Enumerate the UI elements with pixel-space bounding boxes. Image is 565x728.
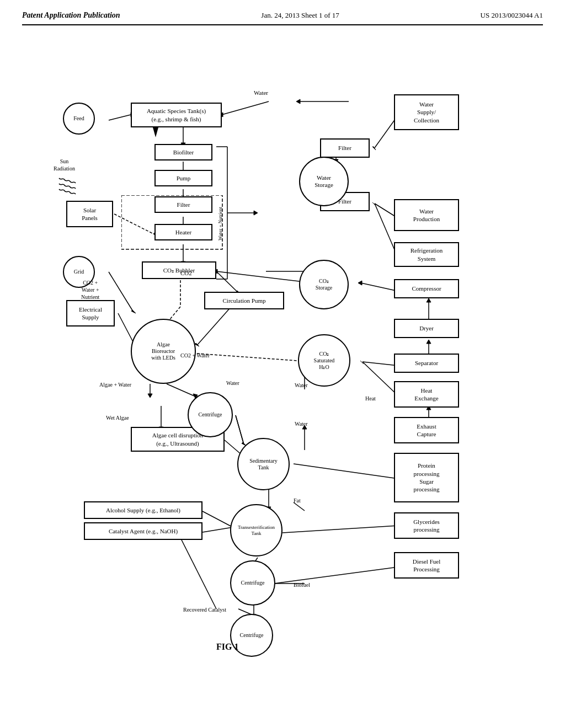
sun-rays-icon [56, 175, 78, 197]
label-water-mid3: Water [295, 420, 308, 427]
label-wet-algae: Wet Algae [106, 414, 129, 421]
box-protein: ProteinprocessingSugarprocessing [394, 453, 459, 502]
box-heatexchange: HeatExchange [394, 381, 459, 408]
svg-line-73 [178, 532, 216, 609]
circle-feed: Feed [63, 103, 95, 135]
label-co2water: CO2 + Water [180, 352, 210, 359]
svg-line-0 [109, 115, 131, 120]
svg-line-42 [167, 384, 194, 396]
box-exhaustcapture: ExhaustCapture [394, 417, 459, 443]
svg-marker-45 [148, 394, 152, 398]
box-watersupply: WaterSupply/Collection [394, 94, 459, 130]
label-algae-water: Algae + Water [99, 381, 131, 388]
patent-application-label: Patent Application Publication [22, 11, 120, 20]
svg-line-91 [216, 271, 238, 293]
circle-co2storage: CO₂Storage [299, 260, 349, 309]
diagram-container: Aquatic Species Tank(s)(e.g., shrimp & f… [23, 31, 542, 665]
diagram-arrows [23, 31, 542, 665]
box-circpump: Circulation Pump [204, 292, 284, 309]
circle-centrifuge2: Centrifuge [230, 560, 275, 606]
box-glycerides: Glyceridesprocessing [394, 512, 459, 539]
label-sun-radiation: SunRadiation [54, 158, 75, 172]
svg-marker-78 [427, 340, 431, 344]
label-fat: Fat [294, 497, 301, 504]
label-recovered: Recovered Catalyst [183, 606, 226, 613]
svg-marker-82 [358, 281, 362, 285]
svg-line-62 [202, 527, 233, 532]
box-filter2: Filter [320, 138, 370, 158]
down-arrow-aquatic [150, 127, 161, 141]
box-compressor: Compressor [394, 279, 459, 298]
svg-line-75 [363, 362, 398, 366]
box-biofilter: Biofilter [154, 144, 212, 160]
label-co2-right: CO2 [180, 269, 192, 277]
box-solar: SolarPanels [66, 201, 113, 227]
label-water-top: Water [254, 89, 268, 97]
fig-caption: FIG 1 [216, 642, 238, 652]
date-sheet-label: Jan. 24, 2013 Sheet 1 of 17 [261, 11, 339, 20]
svg-line-81 [361, 283, 398, 291]
box-catalyst: Catalyst Agent (e.g., NaOH) [84, 522, 202, 540]
circle-co2saturated: CO₂SaturatedH₂O [298, 334, 350, 387]
box-alcohol: Alcohol Supply (e.g., Ethanol) [84, 501, 202, 519]
svg-line-48 [236, 415, 244, 445]
page: Patent Application Publication Jan. 24, … [0, 0, 565, 728]
box-waterproduction: WaterProduction [394, 199, 459, 231]
box-diesel: Diesel FuelProcessing [394, 552, 459, 579]
svg-line-63 [282, 526, 398, 533]
circle-transest: TransesterificationTank [230, 504, 282, 556]
label-biofuel: Biofuel [294, 581, 310, 588]
box-pump: Pump [154, 170, 212, 186]
svg-line-39 [216, 271, 313, 283]
svg-line-67 [274, 567, 398, 584]
patent-number-label: US 2013/0023044 A1 [481, 11, 543, 20]
box-aquatic: Aquatic Species Tank(s)(e.g., shrimp & f… [131, 103, 222, 127]
label-heat: Heat [365, 395, 376, 402]
svg-marker-96 [153, 127, 158, 137]
box-dryer: Dryer [394, 319, 459, 338]
svg-line-83 [363, 362, 398, 396]
dashed-boundary [121, 195, 223, 250]
svg-line-60 [202, 511, 233, 527]
circle-sedimentary: SedimentaryTank [237, 438, 290, 490]
svg-line-87 [197, 354, 313, 362]
svg-marker-7 [372, 147, 376, 150]
box-separator: Separator [394, 354, 459, 373]
svg-line-55 [294, 464, 398, 479]
label-water-mid2: Water [295, 382, 308, 389]
label-co2-plus: CO2 +Water +Nutrient [81, 279, 99, 301]
circle-waterstorage: WaterStorage [299, 157, 349, 206]
svg-marker-34 [131, 310, 136, 313]
svg-rect-95 [121, 195, 222, 249]
circle-centrifuge1: Centrifuge [188, 392, 233, 437]
svg-marker-84 [360, 361, 364, 364]
label-water-mid1: Water [226, 379, 239, 387]
svg-marker-80 [427, 298, 431, 302]
svg-line-2 [222, 101, 269, 115]
header: Patent Application Publication Jan. 24, … [22, 11, 543, 25]
svg-marker-30 [254, 211, 258, 215]
svg-line-49 [236, 415, 244, 445]
box-co2bubbler: CO₂ Bubbler [142, 261, 216, 279]
svg-marker-13 [372, 202, 376, 206]
box-refsystem: RefrigerationSystem [394, 242, 459, 267]
box-electrical: ElectricalSupply [66, 300, 115, 326]
circle-algaebio: AlgaeBioreactorwith LEDs [131, 319, 196, 384]
svg-marker-5 [296, 99, 300, 104]
